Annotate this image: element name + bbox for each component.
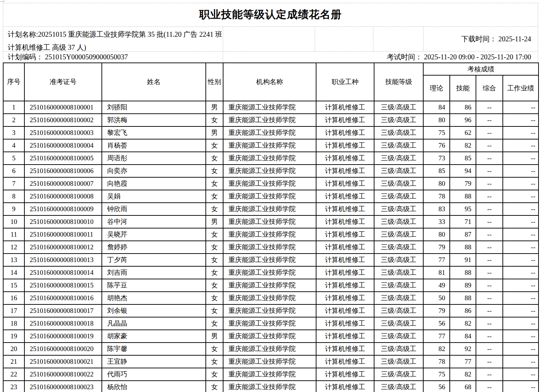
cell-level: 三级/高级工: [374, 368, 423, 381]
cell-occupation: 计算机维修工: [316, 203, 374, 215]
cell-name: 詹婷婷: [102, 241, 206, 254]
cell-name: 郭洪梅: [102, 114, 206, 126]
cell-theory: 82: [423, 343, 450, 355]
cell-name: 吴娟: [102, 190, 206, 203]
plan-code-value: 251015Y0000509000050037: [45, 53, 128, 61]
info-row-plan: 计划名称:20251015 重庆能源工业技师学院第 35 批(11.20 广告 …: [3, 26, 538, 51]
cell-name: 周语彤: [102, 152, 206, 165]
cell-gender: 女: [206, 190, 223, 203]
cell-occupation: 计算机维修工: [316, 177, 374, 190]
table-row: 152510160000008100015陈芋豆女重庆能源工业技师学院计算机维修…: [3, 279, 539, 292]
cell-exam-no: 2510160000008100023: [24, 381, 102, 392]
cell-occupation: 计算机维修工: [316, 241, 374, 254]
exam-time-label: 考试时间：: [387, 52, 422, 62]
cell-exam-no: 2510160000008100013: [24, 254, 102, 266]
cell-name: 代雨巧: [102, 368, 206, 381]
cell-seq: 22: [3, 368, 24, 381]
cell-work-performance: --: [503, 203, 539, 215]
cell-comprehensive: --: [476, 152, 503, 165]
cell-work-performance: --: [503, 368, 539, 381]
cell-exam-no: 2510160000008100004: [24, 139, 102, 152]
cell-skill: 88: [450, 190, 476, 203]
cell-comprehensive: --: [476, 304, 503, 317]
cell-exam-no: 2510160000008100014: [24, 266, 102, 279]
cell-name: 胡家豪: [102, 330, 206, 343]
cell-occupation: 计算机维修工: [316, 304, 374, 317]
cell-occupation: 计算机维修工: [316, 266, 374, 279]
cell-theory: 81: [423, 266, 450, 279]
cell-org: 重庆能源工业技师学院: [223, 343, 316, 355]
exam-time: 考试时间： 2025-11-20 09:00 - 2025-11-20 17:0…: [387, 51, 531, 63]
cell-exam-no: 2510160000008100012: [24, 241, 102, 254]
cell-skill: 84: [450, 330, 476, 343]
cell-name: 杨欣怡: [102, 381, 206, 392]
table-row: 122510160000008100012詹婷婷女重庆能源工业技师学院计算机维修…: [3, 241, 539, 254]
table-row: 182510160000008100018凡晶晶女重庆能源工业技师学院计算机维修…: [3, 317, 539, 330]
header-name: 姓名: [102, 63, 206, 101]
cell-skill: 86: [450, 101, 476, 114]
table-row: 202510160000008100020陈宇馨女重庆能源工业技师学院计算机维修…: [3, 343, 539, 355]
info-row-code: 计划编码： 251015Y0000509000050037 考试时间： 2025…: [3, 51, 538, 63]
cell-comprehensive: --: [476, 101, 503, 114]
cell-exam-no: 2510160000008100005: [24, 152, 102, 165]
cell-comprehensive: --: [476, 381, 503, 392]
table-row: 232510160000008100023杨欣怡女重庆能源工业技师学院计算机维修…: [3, 381, 539, 392]
table-row: 92510160000008100009钟欣雨女重庆能源工业技师学院计算机维修工…: [3, 203, 539, 215]
cell-theory: 78: [423, 190, 450, 203]
cell-level: 三级/高级工: [374, 266, 423, 279]
cell-name: 丁夕芮: [102, 254, 206, 266]
cell-work-performance: --: [503, 254, 539, 266]
table-row: 142510160000008100014刘吉雨女重庆能源工业技师学院计算机维修…: [3, 266, 539, 279]
cell-skill: 82: [450, 139, 476, 152]
cell-gender: 女: [206, 203, 223, 215]
cell-seq: 7: [3, 177, 24, 190]
exam-time-value: 2025-11-20 09:00 - 2025-11-20 17:00: [424, 53, 531, 61]
cell-seq: 2: [3, 114, 24, 126]
cell-occupation: 计算机维修工: [316, 114, 374, 126]
cell-comprehensive: --: [476, 114, 503, 126]
cell-seq: 14: [3, 266, 24, 279]
cell-work-performance: --: [503, 139, 539, 152]
table-row: 162510160000008100016胡艳杰女重庆能源工业技师学院计算机维修…: [3, 292, 539, 304]
cell-seq: 21: [3, 355, 24, 368]
cell-skill: 88: [450, 266, 476, 279]
table-row: 222510160000008100022代雨巧女重庆能源工业技师学院计算机维修…: [3, 368, 539, 381]
cell-work-performance: --: [503, 165, 539, 177]
cell-work-performance: --: [503, 152, 539, 165]
cell-theory: 80: [423, 228, 450, 241]
cell-org: 重庆能源工业技师学院: [223, 368, 316, 381]
score-roster-table: 序号 准考证号 姓名 性别 机构名称 职业工种 技能等级 考核成绩 理论 技能 …: [3, 63, 539, 392]
cell-seq: 13: [3, 254, 24, 266]
cell-name: 向艳霞: [102, 177, 206, 190]
cell-work-performance: --: [503, 304, 539, 317]
cell-occupation: 计算机维修工: [316, 292, 374, 304]
cell-skill: 95: [450, 203, 476, 215]
cell-work-performance: --: [503, 343, 539, 355]
cell-name: 黎宏飞: [102, 126, 206, 139]
cell-org: 重庆能源工业技师学院: [223, 355, 316, 368]
cell-work-performance: --: [503, 228, 539, 241]
cell-skill: 96: [450, 114, 476, 126]
cell-name: 吴晓芹: [102, 228, 206, 241]
table-row: 32510160000008100003黎宏飞男重庆能源工业技师学院计算机维修工…: [3, 126, 539, 139]
table-row: 72510160000008100007向艳霞女重庆能源工业技师学院计算机维修工…: [3, 177, 539, 190]
cell-skill: 87: [450, 228, 476, 241]
cell-exam-no: 2510160000008100010: [24, 215, 102, 228]
download-time-label: 下载时间：: [461, 34, 496, 44]
cell-theory: 79: [423, 241, 450, 254]
cell-theory: 73: [423, 152, 450, 165]
table-row: 22510160000008100002郭洪梅女重庆能源工业技师学院计算机维修工…: [3, 114, 539, 126]
cell-seq: 11: [3, 228, 24, 241]
cell-level: 三级/高级工: [374, 279, 423, 292]
cell-seq: 6: [3, 165, 24, 177]
cell-comprehensive: --: [476, 355, 503, 368]
header-level: 技能等级: [374, 63, 423, 101]
cell-org: 重庆能源工业技师学院: [223, 304, 316, 317]
cell-exam-no: 2510160000008100015: [24, 279, 102, 292]
cell-org: 重庆能源工业技师学院: [223, 139, 316, 152]
cell-gender: 男: [206, 215, 223, 228]
cell-exam-no: 2510160000008100009: [24, 203, 102, 215]
cell-org: 重庆能源工业技师学院: [223, 203, 316, 215]
cell-name: 胡艳杰: [102, 292, 206, 304]
cell-gender: 女: [206, 292, 223, 304]
